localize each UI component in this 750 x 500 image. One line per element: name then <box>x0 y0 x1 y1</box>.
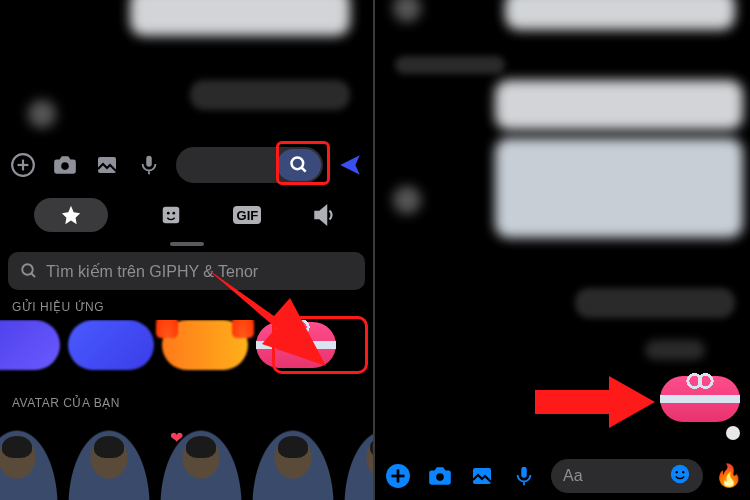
blurred-avatar <box>28 100 56 128</box>
blurred-text <box>395 56 505 74</box>
avatar-sticker[interactable] <box>158 426 244 500</box>
avatar-sticker[interactable] <box>66 426 152 500</box>
tutorial-step-1: GIF Tìm kiếm trên GIPHY & Tenor GỬI HIỆU… <box>0 0 375 500</box>
camera-button[interactable] <box>50 150 80 180</box>
tutorial-arrow <box>531 372 661 432</box>
message-input[interactable] <box>176 147 323 183</box>
svg-line-12 <box>31 273 35 277</box>
blurred-avatar <box>393 0 421 22</box>
tab-gif[interactable]: GIF <box>233 206 261 224</box>
svg-rect-5 <box>146 156 152 167</box>
svg-point-20 <box>676 471 678 473</box>
svg-point-9 <box>167 212 170 215</box>
svg-point-10 <box>172 212 175 215</box>
effect-hearts[interactable] <box>0 320 60 370</box>
blurred-message <box>190 80 350 110</box>
effects-row <box>0 320 373 376</box>
emoji-button[interactable] <box>669 463 691 489</box>
svg-point-19 <box>671 465 689 483</box>
svg-rect-8 <box>162 207 179 224</box>
add-button[interactable] <box>8 150 38 180</box>
section-label-avatars: AVATAR CỦA BẠN <box>12 396 120 410</box>
blurred-message <box>575 288 735 318</box>
svg-point-3 <box>61 162 69 170</box>
effect-confetti[interactable] <box>68 320 154 370</box>
add-button[interactable] <box>383 461 413 491</box>
tab-sound[interactable] <box>309 200 339 230</box>
camera-button[interactable] <box>425 461 455 491</box>
blurred-message <box>130 0 350 36</box>
sticker-search-button[interactable] <box>277 149 321 181</box>
giphy-search-input[interactable]: Tìm kiếm trên GIPHY & Tenor <box>8 252 365 290</box>
avatar-sticker[interactable] <box>0 426 60 500</box>
blurred-message <box>495 80 743 130</box>
svg-line-7 <box>302 168 306 172</box>
svg-point-16 <box>436 473 444 481</box>
tab-favorites[interactable] <box>34 198 108 232</box>
blurred-message <box>505 0 735 30</box>
effect-fire[interactable] <box>162 320 248 370</box>
drag-handle[interactable] <box>170 242 204 246</box>
blurred-message <box>495 138 743 238</box>
tab-stickers[interactable] <box>156 200 186 230</box>
svg-point-6 <box>292 158 304 170</box>
tutorial-step-2: Aa 🔥 <box>375 0 750 500</box>
quick-reaction-button[interactable]: 🔥 <box>715 463 742 489</box>
sticker-tabs: GIF <box>0 194 373 236</box>
avatar-row <box>0 426 373 500</box>
input-placeholder: Aa <box>563 467 583 485</box>
gallery-button[interactable] <box>92 150 122 180</box>
message-input[interactable]: Aa <box>551 459 703 493</box>
avatar-sticker[interactable] <box>250 426 336 500</box>
giphy-placeholder: Tìm kiếm trên GIPHY & Tenor <box>46 262 258 281</box>
delivery-indicator <box>726 426 740 440</box>
blurred-avatar <box>393 186 421 214</box>
composer-row <box>0 144 373 186</box>
svg-point-21 <box>682 471 684 473</box>
mic-button[interactable] <box>509 461 539 491</box>
send-button[interactable] <box>335 150 365 180</box>
composer-row: Aa 🔥 <box>375 456 750 496</box>
section-label-effects: GỬI HIỆU ỨNG <box>12 300 104 314</box>
effect-gift[interactable] <box>256 322 336 368</box>
avatar-sticker[interactable] <box>342 426 373 500</box>
svg-rect-18 <box>521 467 527 478</box>
effect-gift-sent[interactable] <box>660 376 740 422</box>
svg-point-11 <box>22 264 33 275</box>
mic-button[interactable] <box>134 150 164 180</box>
blurred-text <box>645 340 705 360</box>
gallery-button[interactable] <box>467 461 497 491</box>
